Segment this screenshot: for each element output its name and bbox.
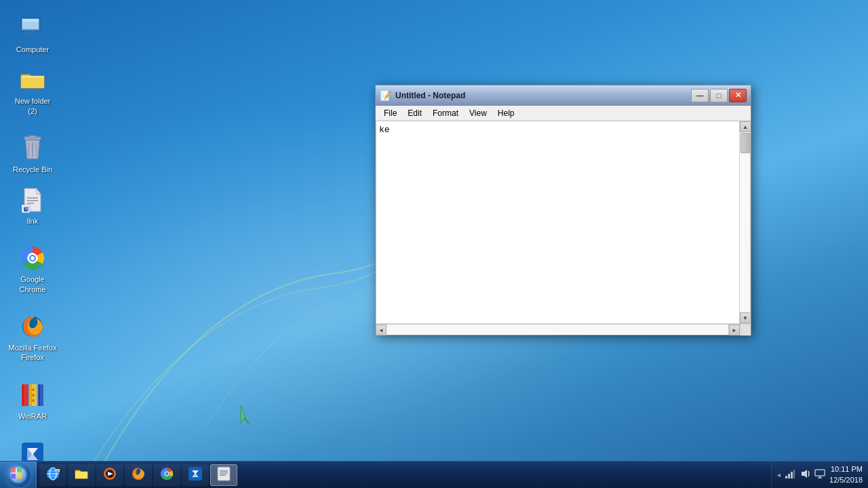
h-scroll-track[interactable]: [387, 325, 729, 335]
desktop-icon-recycle-bin[interactable]: Recycle Bin: [5, 132, 60, 177]
scroll-track[interactable]: [740, 132, 750, 312]
new-folder-icon-label: New folder (2): [15, 96, 51, 116]
notepad-content-area: ke ▲ ▼: [376, 121, 751, 324]
notepad-title-text: Untitled - Notepad: [395, 91, 687, 100]
desktop-icons: Computer New folder (2): [0, 7, 65, 488]
svg-rect-57: [218, 467, 230, 481]
taskbar-item-firefox[interactable]: [125, 464, 152, 486]
folder-icon: [19, 66, 46, 94]
taskbar: ◂ 10:11 PM 12/5: [0, 461, 868, 488]
firefox-icon-label: Mozilla Firefox Firefox: [9, 343, 57, 363]
scroll-thumb[interactable]: [741, 133, 750, 153]
menu-view[interactable]: View: [464, 107, 492, 119]
computer-icon-label: Computer: [16, 45, 49, 54]
taskbar-item-ie[interactable]: [39, 464, 66, 486]
tray-display-icon[interactable]: [814, 468, 825, 481]
menu-format[interactable]: Format: [427, 107, 464, 119]
chrome-icon: [19, 245, 46, 272]
svg-marker-65: [802, 470, 807, 478]
filmora-taskbar-icon: [188, 466, 203, 483]
computer-icon: [19, 15, 46, 42]
notepad-menu-bar: File Edit Format View Help: [376, 106, 751, 121]
svg-rect-39: [17, 468, 22, 472]
firefox-icon: [19, 313, 46, 340]
taskbar-items: [37, 462, 771, 488]
ie-icon: [45, 466, 60, 483]
close-button[interactable]: ✕: [729, 89, 747, 102]
svg-rect-6: [22, 19, 39, 22]
notepad-title-icon: 📝: [380, 91, 391, 100]
svg-rect-66: [815, 470, 825, 476]
svg-rect-26: [22, 384, 24, 406]
clock-time: 10:11 PM: [829, 464, 863, 474]
link-icon: [19, 186, 46, 214]
svg-rect-7: [21, 76, 44, 78]
tray-expand-button[interactable]: ◂: [777, 471, 781, 479]
maximize-button[interactable]: □: [710, 89, 728, 102]
tray-speaker-icon[interactable]: [800, 468, 810, 481]
taskbar-item-filmora[interactable]: [182, 464, 209, 486]
taskbar-item-notepad[interactable]: [210, 464, 237, 486]
svg-point-23: [31, 256, 35, 260]
horizontal-scrollbar-row: ◄ ►: [376, 324, 751, 335]
recycle-bin-icon: [19, 135, 46, 162]
menu-edit[interactable]: Edit: [402, 107, 427, 119]
clock-date: 12/5/2018: [829, 475, 863, 485]
winrar-icon-label: WinRAR: [18, 411, 47, 421]
system-tray: ◂ 10:11 PM 12/5: [771, 462, 868, 488]
svg-rect-63: [791, 472, 793, 479]
scrollbar-corner: [740, 325, 751, 336]
explorer-icon: [74, 466, 89, 483]
svg-rect-41: [17, 474, 22, 479]
desktop-icon-mozilla-firefox[interactable]: Mozilla Firefox Firefox: [5, 310, 60, 365]
svg-marker-1: [241, 405, 251, 425]
svg-point-53: [165, 472, 169, 476]
start-orb: [6, 463, 31, 487]
desktop-icon-new-folder[interactable]: New folder (2): [5, 64, 60, 119]
menu-file[interactable]: File: [378, 107, 402, 119]
svg-rect-5: [24, 34, 37, 35]
vertical-scrollbar[interactable]: ▲ ▼: [739, 121, 750, 323]
svg-rect-9: [29, 136, 36, 138]
winrar-icon: [19, 382, 46, 409]
notepad-textarea[interactable]: ke: [376, 121, 739, 323]
scroll-up-button[interactable]: ▲: [740, 121, 751, 132]
svg-rect-28: [31, 384, 32, 406]
system-clock[interactable]: 10:11 PM 12/5/2018: [829, 464, 863, 485]
notepad-window: 📝 Untitled - Notepad — □ ✕ File Edit For…: [375, 85, 751, 336]
menu-help[interactable]: Help: [492, 107, 520, 119]
taskbar-item-wmp[interactable]: [96, 464, 123, 486]
tray-network-icon[interactable]: [785, 468, 795, 481]
link-icon-label: link: [27, 216, 39, 226]
taskbar-item-chrome[interactable]: [153, 464, 180, 486]
scroll-down-button[interactable]: ▼: [740, 312, 751, 323]
svg-rect-62: [788, 474, 790, 479]
desktop-icon-google-chrome[interactable]: Google Chrome: [5, 242, 60, 297]
svg-point-32: [32, 394, 35, 396]
svg-rect-30: [39, 384, 40, 406]
chrome-icon-label: Google Chrome: [8, 274, 57, 294]
svg-point-31: [32, 388, 35, 391]
desktop-icon-computer[interactable]: Computer: [5, 12, 60, 57]
window-controls: — □ ✕: [691, 89, 747, 102]
firefox-taskbar-icon: [131, 466, 146, 483]
notepad-titlebar[interactable]: 📝 Untitled - Notepad — □ ✕: [376, 85, 751, 106]
svg-rect-64: [793, 470, 795, 479]
desktop-icon-link[interactable]: link: [5, 184, 60, 228]
start-orb-inner: [10, 467, 26, 483]
chrome-taskbar-icon: [159, 466, 174, 483]
svg-rect-40: [11, 474, 16, 479]
svg-point-33: [32, 399, 35, 402]
desktop-icon-winrar[interactable]: WinRAR: [5, 379, 60, 424]
taskbar-item-explorer[interactable]: [68, 464, 95, 486]
start-button[interactable]: [0, 462, 37, 489]
scroll-left-button[interactable]: ◄: [376, 325, 387, 336]
svg-rect-4: [26, 31, 35, 34]
svg-rect-38: [11, 468, 16, 472]
notepad-taskbar-icon: [216, 466, 231, 483]
wmp-icon: [102, 466, 117, 483]
recycle-bin-icon-label: Recycle Bin: [13, 165, 52, 174]
scroll-right-button[interactable]: ►: [729, 325, 740, 336]
svg-rect-61: [785, 476, 787, 479]
minimize-button[interactable]: —: [691, 89, 709, 102]
